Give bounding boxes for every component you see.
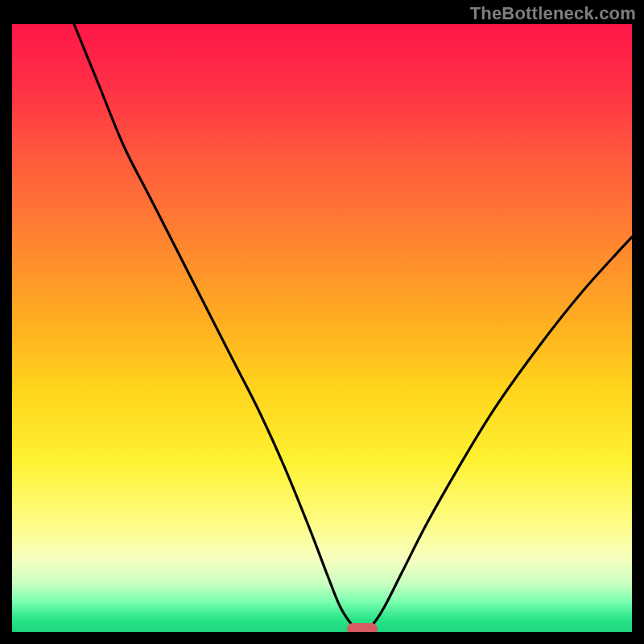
chart-frame: TheBottleneck.com	[0, 0, 644, 644]
watermark-text: TheBottleneck.com	[470, 3, 636, 24]
plot-area	[12, 24, 632, 632]
curve-svg	[12, 24, 632, 632]
bottleneck-curve	[74, 24, 632, 632]
minimum-marker	[347, 623, 378, 632]
